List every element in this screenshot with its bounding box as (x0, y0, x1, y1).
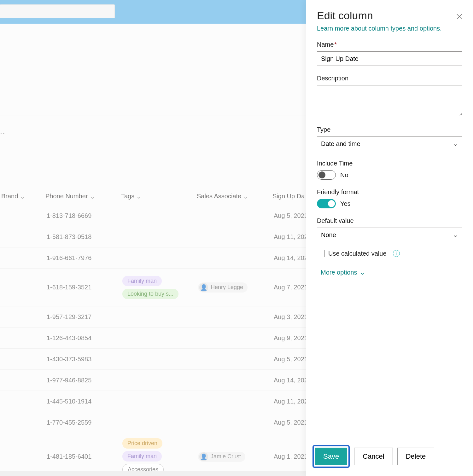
more-options-label: More options (321, 269, 357, 276)
cell-phone: 1-977-946-8825 (44, 373, 120, 388)
name-label: Name* (317, 41, 462, 48)
include-time-label: Include Time (317, 160, 462, 167)
cancel-button[interactable]: Cancel (354, 448, 393, 465)
col-label: Brand (1, 193, 18, 200)
cell-sales-associate (196, 313, 271, 321)
cell-phone: 1-481-185-6401 (44, 449, 120, 464)
edit-column-panel: Edit column Learn more about column type… (306, 0, 473, 476)
col-brand[interactable]: Brand⌄ (0, 193, 44, 200)
cell-tags (120, 334, 196, 342)
cell-brand (0, 355, 44, 363)
cell-tags (120, 212, 196, 219)
cell-tags (120, 313, 196, 321)
chevron-down-icon: ⌄ (136, 193, 142, 200)
cell-phone: 1-126-443-0854 (44, 331, 120, 345)
cell-brand (0, 419, 44, 426)
cell-phone: 1-813-718-6669 (44, 208, 120, 223)
cell-brand (0, 233, 44, 241)
save-highlight: Save (312, 445, 350, 468)
cell-phone: 1-430-373-5983 (44, 352, 120, 367)
friendly-format-value: Yes (340, 200, 351, 207)
cell-brand (0, 376, 44, 384)
cell-sales-associate (196, 254, 271, 262)
cell-sales-associate (196, 212, 271, 219)
chevron-down-icon: ⌄ (453, 231, 458, 239)
tag-pill[interactable]: Price driven (122, 438, 162, 449)
col-tags[interactable]: Tags⌄ (120, 193, 196, 200)
cell-brand (0, 212, 44, 219)
info-icon[interactable]: i (393, 250, 400, 257)
use-calculated-checkbox[interactable] (317, 250, 324, 257)
description-input[interactable] (317, 85, 462, 116)
chevron-down-icon: ⌄ (20, 193, 25, 200)
col-label: Sign Up Da (272, 193, 305, 200)
cell-sales-associate (196, 376, 271, 384)
cell-tags (120, 398, 196, 405)
cell-sales-associate (196, 398, 271, 405)
cell-brand (0, 334, 44, 342)
cell-brand (0, 398, 44, 405)
cell-sales-associate (196, 334, 271, 342)
type-select[interactable]: Date and time ⌄ (317, 136, 462, 151)
cell-brand (0, 313, 44, 321)
col-label: Sales Associate (197, 193, 241, 200)
col-label: Phone Number (45, 193, 88, 200)
panel-actions: Save Cancel Delete (312, 445, 434, 468)
cell-sales-associate (196, 355, 271, 363)
learn-more-link[interactable]: Learn more about column types and option… (317, 25, 442, 32)
cell-tags (120, 233, 196, 241)
use-calculated-label: Use calculated value (328, 250, 387, 257)
tag-pill[interactable]: Looking to buy s... (122, 289, 178, 299)
default-value-select[interactable]: None ⌄ (317, 228, 462, 242)
chevron-down-icon: ⌄ (453, 140, 458, 148)
cell-brand (0, 453, 44, 461)
cell-tags (120, 419, 196, 426)
description-label: Description (317, 75, 462, 82)
default-value-label: Default value (317, 217, 462, 224)
tag-pill[interactable]: Family man (122, 276, 162, 286)
cell-tags: Price drivenFamily manAccessories (120, 433, 196, 476)
chevron-down-icon: ⌄ (360, 269, 365, 276)
search-input[interactable] (0, 4, 115, 18)
col-phone[interactable]: Phone Number⌄ (44, 193, 120, 200)
tag-pill[interactable]: Family man (122, 451, 162, 461)
cell-phone: 1-916-661-7976 (44, 251, 120, 265)
cell-tags: Family manLooking to buy s... (120, 271, 196, 304)
associate-name: Henry Legge (211, 284, 243, 291)
cell-brand (0, 284, 44, 291)
save-button[interactable]: Save (315, 448, 347, 465)
col-sales-associate[interactable]: Sales Associate⌄ (196, 193, 271, 200)
more-options-link[interactable]: More options ⌄ (321, 269, 462, 276)
avatar-icon: 👤 (199, 283, 208, 292)
cell-brand (0, 254, 44, 262)
cell-tags (120, 355, 196, 363)
cell-phone: 1-618-159-3521 (44, 280, 120, 295)
cell-phone: 1-445-510-1914 (44, 394, 120, 409)
cell-sales-associate: 👤Jamie Crust (196, 448, 271, 466)
associate-chip[interactable]: 👤Henry Legge (198, 282, 248, 293)
cell-phone: 1-770-455-2559 (44, 415, 120, 430)
delete-button[interactable]: Delete (397, 448, 435, 465)
horizontal-scrollbar[interactable] (0, 471, 306, 476)
overflow-indicator: .. (0, 127, 5, 136)
include-time-toggle[interactable] (317, 170, 336, 180)
associate-name: Jamie Crust (211, 453, 241, 460)
panel-title: Edit column (317, 9, 462, 22)
type-label: Type (317, 126, 462, 133)
chevron-down-icon: ⌄ (90, 193, 95, 200)
close-icon[interactable] (456, 13, 463, 20)
cell-tags (120, 254, 196, 262)
col-label: Tags (121, 193, 134, 200)
name-input[interactable] (317, 51, 462, 66)
avatar-icon: 👤 (199, 452, 208, 461)
friendly-format-toggle[interactable] (317, 199, 336, 208)
cell-phone: 1-957-129-3217 (44, 310, 120, 324)
cell-sales-associate (196, 419, 271, 426)
cell-sales-associate (196, 233, 271, 241)
default-value-value: None (321, 231, 336, 239)
friendly-format-label: Friendly format (317, 189, 462, 196)
include-time-value: No (340, 171, 348, 179)
associate-chip[interactable]: 👤Jamie Crust (198, 452, 245, 462)
cell-phone: 1-581-873-0518 (44, 229, 120, 244)
type-value: Date and time (321, 140, 360, 148)
